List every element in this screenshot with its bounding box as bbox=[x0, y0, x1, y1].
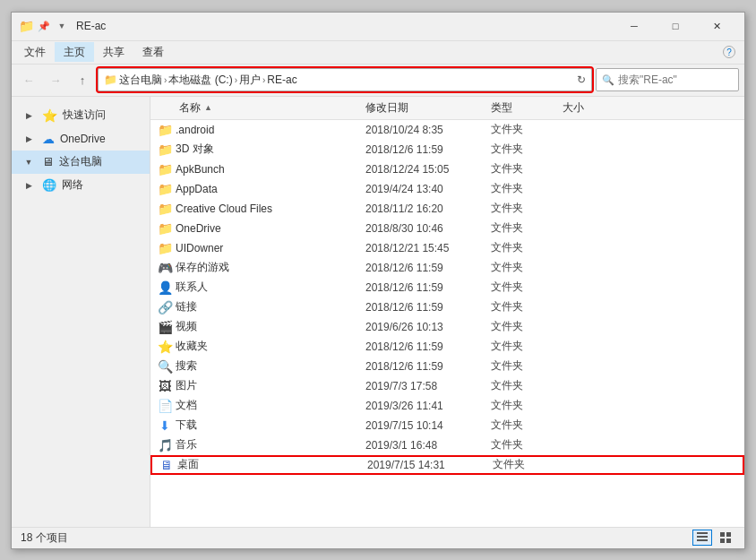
menu-home[interactable]: 主页 bbox=[55, 42, 94, 62]
table-row[interactable]: 📁 ApkBunch 2018/12/24 15:05 文件夹 bbox=[150, 159, 744, 179]
quick-access-icon: ⭐ bbox=[42, 108, 57, 123]
file-date-cell: 2019/3/1 16:48 bbox=[365, 439, 491, 452]
file-date-cell: 2018/12/21 15:45 bbox=[365, 242, 491, 254]
file-date-cell: 2019/4/24 13:40 bbox=[365, 183, 491, 195]
file-name: 收藏夹 bbox=[176, 339, 208, 354]
file-name-cell: ⭐ 收藏夹 bbox=[150, 339, 365, 354]
sidebar-item-onedrive[interactable]: ▶ ☁ OneDrive bbox=[12, 127, 150, 151]
help-button[interactable]: ? bbox=[723, 46, 735, 58]
menu-share[interactable]: 共享 bbox=[94, 42, 133, 62]
col-header-type[interactable]: 类型 bbox=[491, 100, 563, 116]
svg-rect-0 bbox=[697, 532, 708, 534]
file-name-cell: 🔗 链接 bbox=[150, 299, 365, 314]
file-icon: 👤 bbox=[158, 280, 172, 295]
up-button[interactable]: ↑ bbox=[71, 68, 94, 91]
search-icon: 🔍 bbox=[602, 74, 614, 86]
table-row[interactable]: 🔍 搜索 2018/12/6 11:59 文件夹 bbox=[150, 357, 744, 376]
this-pc-label: 这台电脑 bbox=[59, 154, 102, 169]
addr-sep-2: › bbox=[235, 75, 237, 85]
file-name: 图片 bbox=[176, 378, 197, 393]
col-header-date[interactable]: 修改日期 bbox=[365, 100, 491, 116]
file-date-cell: 2019/3/26 11:41 bbox=[365, 400, 491, 412]
table-row[interactable]: 👤 联系人 2018/12/6 11:59 文件夹 bbox=[150, 278, 744, 297]
table-row[interactable]: 🎵 音乐 2019/3/1 16:48 文件夹 bbox=[150, 435, 744, 455]
onedrive-icon: ☁ bbox=[42, 132, 55, 146]
file-type-cell: 文件夹 bbox=[491, 260, 563, 275]
file-type-cell: 文件夹 bbox=[491, 299, 563, 314]
addr-users-label: 用户 bbox=[239, 73, 261, 88]
table-row[interactable]: ⬇ 下载 2019/7/15 10:14 文件夹 bbox=[150, 416, 744, 435]
addr-sep-1: › bbox=[164, 75, 167, 85]
addr-part-users[interactable]: 用户 bbox=[239, 73, 261, 88]
forward-button[interactable]: → bbox=[44, 68, 67, 91]
col-date-label: 修改日期 bbox=[365, 101, 408, 114]
sort-arrow: ▲ bbox=[204, 103, 212, 112]
search-box[interactable]: 🔍 bbox=[596, 68, 739, 91]
table-row[interactable]: 📁 UIDowner 2018/12/21 15:45 文件夹 bbox=[150, 238, 744, 258]
file-name: .android bbox=[176, 124, 214, 136]
file-name-cell: 📁 Creative Cloud Files bbox=[150, 202, 365, 216]
file-date-cell: 2018/12/6 11:59 bbox=[365, 281, 491, 294]
table-row[interactable]: 📁 Creative Cloud Files 2018/11/2 16:20 文… bbox=[150, 199, 744, 219]
table-row[interactable]: 🖼 图片 2019/7/3 17:58 文件夹 bbox=[150, 376, 744, 396]
view-large-button[interactable] bbox=[716, 530, 735, 546]
addr-part-drive[interactable]: 本地磁盘 (C:) bbox=[168, 73, 232, 88]
file-type-cell: 文件夹 bbox=[493, 457, 564, 472]
back-button[interactable]: ← bbox=[17, 68, 40, 91]
table-row[interactable]: 🎮 保存的游戏 2018/12/6 11:59 文件夹 bbox=[150, 258, 744, 278]
file-icon: 📄 bbox=[158, 399, 172, 413]
table-row[interactable]: 📄 文档 2019/3/26 11:41 文件夹 bbox=[150, 396, 744, 416]
file-icon: 🔗 bbox=[158, 300, 172, 314]
file-name-cell: 📁 3D 对象 bbox=[150, 142, 365, 157]
file-date-cell: 2018/12/24 15:05 bbox=[365, 163, 491, 176]
menu-file[interactable]: 文件 bbox=[15, 42, 55, 62]
file-type-cell: 文件夹 bbox=[491, 161, 563, 177]
addr-refresh[interactable]: ↻ bbox=[577, 73, 586, 86]
table-row[interactable]: 📁 .android 2018/10/24 8:35 文件夹 bbox=[150, 120, 744, 140]
table-row[interactable]: 🔗 链接 2018/12/6 11:59 文件夹 bbox=[150, 297, 744, 317]
col-header-name[interactable]: 名称 ▲ bbox=[150, 100, 365, 116]
file-name: 链接 bbox=[176, 299, 197, 314]
file-date-cell: 2018/8/30 10:46 bbox=[365, 222, 491, 235]
onedrive-chevron: ▶ bbox=[22, 133, 35, 145]
addr-part-pc[interactable]: 这台电脑 bbox=[119, 73, 162, 88]
table-row[interactable]: 🎬 视频 2019/6/26 10:13 文件夹 bbox=[150, 317, 744, 337]
folder-icon: 📁 bbox=[19, 19, 33, 33]
close-button[interactable]: ✕ bbox=[696, 12, 737, 40]
explorer-window: 📁 📌 ▼ RE-ac ─ □ ✕ 文件 主页 共享 查看 ? ← → ↑ 📁 … bbox=[11, 12, 745, 549]
sidebar-item-quick-access[interactable]: ▶ ⭐ 快速访问 bbox=[12, 104, 150, 127]
file-type-cell: 文件夹 bbox=[491, 240, 563, 255]
file-icon: ⬇ bbox=[158, 418, 172, 433]
view-details-button[interactable] bbox=[692, 530, 712, 546]
sidebar-item-this-pc[interactable]: ▼ 🖥 这台电脑 bbox=[12, 151, 150, 174]
addr-part-reac[interactable]: RE-ac bbox=[267, 73, 296, 86]
table-row[interactable]: 📁 OneDrive 2018/8/30 10:46 文件夹 bbox=[150, 219, 744, 238]
maximize-button[interactable]: □ bbox=[655, 12, 696, 40]
file-name: 桌面 bbox=[177, 457, 199, 472]
window-controls: ─ □ ✕ bbox=[614, 12, 737, 40]
table-row[interactable]: 📁 3D 对象 2018/12/6 11:59 文件夹 bbox=[150, 140, 744, 159]
file-icon: 📁 bbox=[158, 162, 172, 177]
svg-rect-1 bbox=[697, 536, 708, 538]
file-name: 音乐 bbox=[176, 437, 197, 452]
addr-reac-label: RE-ac bbox=[267, 73, 296, 86]
col-name-label: 名称 bbox=[179, 100, 201, 116]
file-icon: 📁 bbox=[158, 241, 172, 255]
table-row[interactable]: ⭐ 收藏夹 2018/12/6 11:59 文件夹 bbox=[150, 337, 744, 357]
file-name-cell: 📁 OneDrive bbox=[150, 221, 365, 236]
file-name-cell: 🖼 图片 bbox=[150, 378, 365, 393]
menu-view[interactable]: 查看 bbox=[133, 42, 173, 62]
file-name-cell: 🎬 视频 bbox=[150, 319, 365, 334]
file-name: OneDrive bbox=[176, 222, 221, 235]
file-type-cell: 文件夹 bbox=[491, 181, 563, 196]
table-row[interactable]: 📁 AppData 2019/4/24 13:40 文件夹 bbox=[150, 179, 744, 199]
sidebar-item-network[interactable]: ▶ 🌐 网络 bbox=[12, 174, 150, 197]
address-bar[interactable]: 📁 这台电脑 › 本地磁盘 (C:) › 用户 › RE-ac ↻ bbox=[98, 68, 592, 91]
window-title: RE-ac bbox=[76, 20, 614, 32]
table-row[interactable]: 🖥 桌面 2019/7/15 14:31 文件夹 bbox=[150, 455, 744, 475]
col-header-size[interactable]: 大小 bbox=[563, 100, 634, 116]
minimize-button[interactable]: ─ bbox=[614, 12, 655, 40]
search-input[interactable] bbox=[618, 73, 733, 86]
addr-sep-3: › bbox=[262, 75, 265, 85]
status-count: 18 个项目 bbox=[21, 530, 68, 546]
